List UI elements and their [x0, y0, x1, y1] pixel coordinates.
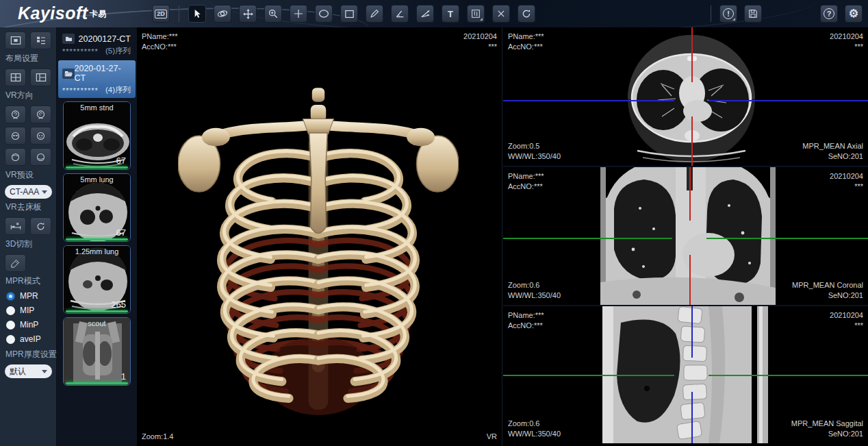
window-level-readout: WW/WL:350/40	[508, 290, 561, 301]
vr-overlay-top-left: PName:*** AccNO:***	[142, 32, 178, 52]
toolbar-divider	[711, 5, 711, 22]
scalpel-button[interactable]	[5, 254, 26, 272]
series-thumbnail-5mm-lung[interactable]: 5mm lung 67	[63, 173, 131, 242]
window-level-tool[interactable]	[467, 5, 485, 23]
vr-head-superior-button[interactable]	[5, 148, 26, 166]
radio-selected-icon	[6, 292, 15, 301]
study-date: 20210204	[830, 32, 863, 42]
rotate-3d-icon	[216, 8, 229, 20]
zoom-in-icon	[268, 8, 279, 19]
vr-bed-row	[5, 217, 51, 235]
thumbnail-image-count: 265	[111, 299, 126, 310]
vr-head-inferior-button[interactable]	[30, 148, 51, 166]
head-superior-icon	[10, 152, 21, 162]
mpr-coronal-viewport[interactable]: PName:*** AccNO:*** 20210204 *** Zoom:0.…	[503, 167, 868, 306]
mpr-axial-viewport[interactable]: PName:*** AccNO:*** 20210204 *** Zoom:0.…	[503, 27, 868, 167]
crosshair-vertical-red[interactable]	[689, 255, 691, 306]
submenu-indicator	[480, 18, 483, 21]
text-icon: T	[448, 10, 453, 18]
crosshair-vertical-red[interactable]	[691, 116, 693, 167]
text-annotate-tool[interactable]: T	[442, 5, 459, 23]
rotate-3d-tool[interactable]	[214, 5, 231, 23]
mpr-mode-label: MPR_MEAN Saggital	[791, 419, 863, 429]
vr-viewport[interactable]: PName:*** AccNO:*** 20210204 *** Zoom:1.…	[137, 27, 502, 446]
layout-stack-button[interactable]	[30, 32, 51, 49]
crosshair-vertical-red[interactable]	[689, 167, 691, 221]
crosshair-horizontal-green[interactable]	[709, 375, 868, 376]
series-thumbnail-scout[interactable]: scout 1	[63, 317, 131, 386]
layout-grid-2x2-button[interactable]	[5, 69, 26, 86]
mpr-overlay-bottom-left: Zoom:0.6 WW/WL:350/40	[508, 419, 561, 439]
vr-direction-row-3	[5, 148, 51, 166]
delete-tool[interactable]	[492, 5, 510, 23]
crosshair-tool[interactable]	[290, 5, 307, 23]
zoom-in-tool[interactable]	[264, 5, 282, 23]
vr-head-posterior-button[interactable]	[30, 106, 51, 123]
study-patient: **********	[62, 88, 99, 93]
study-date: 20210204	[830, 310, 863, 321]
reset-tool[interactable]	[518, 5, 535, 23]
angle-tool[interactable]	[391, 5, 409, 23]
vr-preset-select[interactable]: CT-AAA	[5, 185, 52, 199]
series-thumbnail-1-25mm-lung[interactable]: 1.25mm lung 265	[63, 245, 131, 314]
vr-face-left-button[interactable]	[5, 127, 26, 145]
crosshair-horizontal-green[interactable]	[706, 238, 868, 239]
mpr-sagittal-viewport[interactable]: PName:*** AccNO:*** 20210204 *** Zoom:0.…	[503, 306, 868, 443]
vr-head-anterior-button[interactable]	[5, 106, 26, 123]
top-toolbar: Kayisoft卡易 2D T	[0, 0, 868, 27]
crosshair-vertical-red[interactable]	[691, 27, 693, 82]
vr-reset-button[interactable]	[30, 217, 51, 235]
ellipse-tool[interactable]	[315, 5, 333, 23]
load-progress-bar	[66, 382, 128, 384]
mpr-mode-option-aveip[interactable]: aveIP	[6, 334, 51, 344]
2d-view-tool[interactable]: 2D	[152, 5, 170, 23]
patient-name: PName:***	[508, 32, 544, 42]
save-button[interactable]	[744, 5, 762, 23]
angle-icon	[394, 8, 405, 19]
head-posterior-icon	[36, 110, 46, 120]
remove-bed-button[interactable]	[5, 217, 26, 235]
mpr-overlay-top-left: PName:*** AccNO:***	[508, 171, 544, 192]
mpr-mode-option-minp[interactable]: MinP	[6, 320, 51, 330]
crosshair-vertical-blue[interactable]	[691, 306, 693, 358]
mpr-overlay-bottom-left: Zoom:0.5 WW/WL:350/40	[508, 141, 561, 162]
rectangle-tool[interactable]	[340, 5, 358, 23]
crosshair-horizontal-green[interactable]	[503, 238, 672, 239]
crosshair-horizontal-blue[interactable]	[503, 100, 674, 101]
study-item-2-selected[interactable]: 2020-01-27-CT ********** (4)序列	[58, 60, 136, 98]
study-date: 20200127-CT	[79, 34, 131, 44]
pan-tool[interactable]	[239, 5, 257, 23]
mpr-thickness-select[interactable]: 默认	[5, 364, 52, 378]
mpr-mode-option-mpr[interactable]: MPR	[6, 291, 51, 301]
alert-info-button[interactable]: !	[719, 5, 737, 23]
help-button[interactable]: ?	[820, 5, 838, 23]
patient-name: PName:***	[508, 310, 544, 321]
window-level-readout: WW/WL:350/40	[508, 151, 561, 162]
cobb-angle-tool[interactable]	[416, 5, 434, 23]
radio-icon	[6, 321, 15, 330]
mpr-mode-option-mip[interactable]: MIP	[6, 306, 51, 315]
study-item-1[interactable]: 20200127-CT ********** (5)序列	[58, 30, 136, 59]
settings-button[interactable]: ⚙	[845, 5, 863, 23]
chevron-down-icon	[42, 370, 47, 373]
toolbar-report-group: !	[709, 5, 762, 23]
measure-pencil-tool[interactable]	[366, 5, 383, 23]
thumbnail-label: scout	[64, 319, 130, 327]
vr-face-right-button[interactable]	[30, 127, 51, 145]
crosshair-vertical-blue[interactable]	[691, 392, 693, 443]
masked-value: ***	[830, 42, 863, 52]
layout-1-2-button[interactable]	[30, 69, 51, 86]
crosshair-horizontal-green[interactable]	[503, 375, 674, 376]
patient-name: PName:***	[508, 171, 544, 182]
study-series-count: (5)序列	[105, 46, 131, 56]
vr-preset-label: VR预设	[5, 169, 51, 181]
layout-single-button[interactable]	[5, 32, 26, 49]
ellipse-icon	[318, 8, 330, 20]
face-right-icon	[36, 131, 46, 141]
crosshair-horizontal-blue[interactable]	[709, 100, 868, 101]
folder-icon	[62, 34, 75, 44]
mpr-overlay-top-right: 20210204 ***	[830, 32, 863, 52]
thumbnail-image-count: 67	[116, 156, 126, 166]
series-thumbnail-5mm-stnd[interactable]: 5mm stnd 67	[63, 101, 131, 170]
cursor-tool[interactable]	[188, 5, 206, 23]
